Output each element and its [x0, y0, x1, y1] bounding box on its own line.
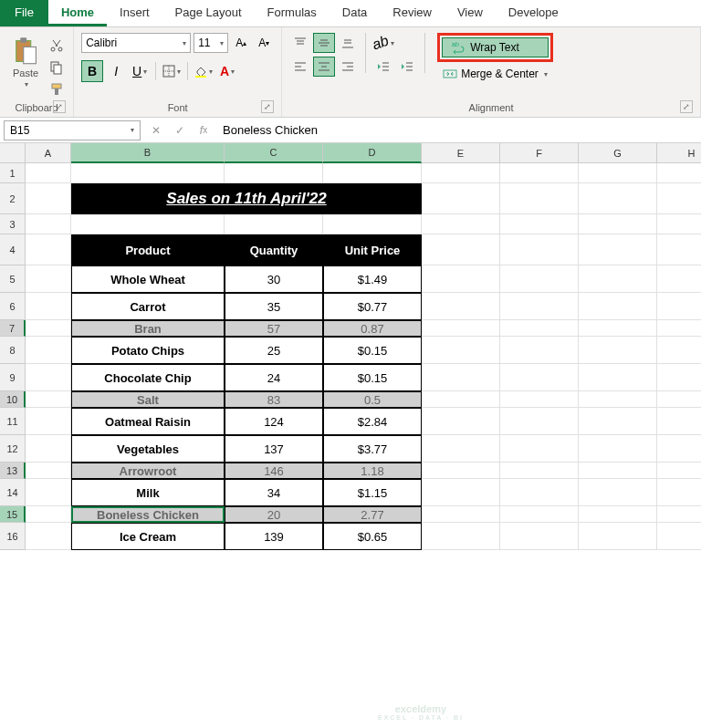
cell-B9[interactable]: Chocolate Chip: [71, 364, 225, 391]
row-header-5[interactable]: 5: [0, 265, 26, 293]
grow-font-button[interactable]: A▴: [231, 33, 251, 53]
cell-C8[interactable]: 25: [225, 337, 323, 364]
cell-A9[interactable]: [26, 364, 71, 391]
tab-home[interactable]: Home: [48, 0, 107, 26]
row-header-11[interactable]: 11: [0, 408, 26, 435]
cell-E10[interactable]: [422, 391, 500, 408]
cell-G6[interactable]: [579, 293, 657, 320]
cell-C10[interactable]: 83: [225, 391, 323, 408]
tab-file[interactable]: File: [0, 0, 48, 26]
tab-formulas[interactable]: Formulas: [255, 0, 330, 26]
cell-A13[interactable]: [26, 463, 71, 479]
row-header-4[interactable]: 4: [0, 234, 26, 265]
col-header-A[interactable]: A: [26, 143, 71, 163]
cell-H14[interactable]: [657, 479, 701, 506]
cell-D8[interactable]: $0.15: [323, 337, 422, 364]
row-header-3[interactable]: 3: [0, 214, 26, 234]
cell-H6[interactable]: [657, 293, 701, 320]
wrap-text-button[interactable]: ab Wrap Text: [442, 37, 549, 57]
alignment-launcher[interactable]: ⤢: [680, 100, 693, 113]
shrink-font-button[interactable]: A▾: [254, 33, 274, 53]
cell-E14[interactable]: [422, 479, 500, 506]
cell-D16[interactable]: $0.65: [323, 523, 422, 550]
cell-H16[interactable]: [657, 523, 701, 550]
select-all-corner[interactable]: [0, 143, 26, 163]
cell-E8[interactable]: [422, 337, 500, 364]
cell-C12[interactable]: 137: [225, 435, 323, 463]
cell-A1[interactable]: [26, 163, 71, 183]
cell-D6[interactable]: $0.77: [323, 293, 422, 320]
cell-E6[interactable]: [422, 293, 500, 320]
align-middle-button[interactable]: [313, 33, 335, 53]
cell-E15[interactable]: [422, 506, 500, 523]
cell-E2[interactable]: [422, 183, 500, 214]
clipboard-launcher[interactable]: ⤢: [53, 100, 66, 113]
cell-H12[interactable]: [657, 435, 701, 463]
cut-button[interactable]: [47, 36, 66, 55]
cell-D11[interactable]: $2.84: [323, 408, 422, 435]
cell-F5[interactable]: [500, 265, 579, 293]
tab-page-layout[interactable]: Page Layout: [162, 0, 255, 26]
tab-review[interactable]: Review: [380, 0, 445, 26]
cell-C3[interactable]: [225, 214, 323, 234]
cell-H4[interactable]: [657, 234, 701, 265]
copy-button[interactable]: [47, 58, 66, 77]
cell-D4[interactable]: Unit Price: [323, 234, 422, 265]
cell-A15[interactable]: [26, 506, 71, 523]
decrease-indent-button[interactable]: [372, 57, 394, 77]
cell-F15[interactable]: [500, 506, 579, 523]
italic-button[interactable]: I: [105, 60, 127, 82]
align-top-button[interactable]: [289, 33, 311, 53]
cell-G1[interactable]: [579, 163, 657, 183]
cell-E3[interactable]: [422, 214, 500, 234]
cell-B13[interactable]: Arrowroot: [71, 463, 225, 479]
cell-D10[interactable]: 0.5: [323, 391, 422, 408]
cell-E13[interactable]: [422, 463, 500, 479]
cell-B1[interactable]: [71, 163, 225, 183]
cell-G16[interactable]: [579, 523, 657, 550]
row-header-12[interactable]: 12: [0, 435, 26, 463]
cell-C7[interactable]: 57: [225, 320, 323, 337]
cell-C5[interactable]: 30: [225, 265, 323, 293]
cell-D7[interactable]: 0.87: [323, 320, 422, 337]
cell-F4[interactable]: [500, 234, 579, 265]
cell-E7[interactable]: [422, 320, 500, 337]
cell-F6[interactable]: [500, 293, 579, 320]
cell-H2[interactable]: [657, 183, 701, 214]
cell-C13[interactable]: 146: [225, 463, 323, 479]
cell-A11[interactable]: [26, 408, 71, 435]
cell-B12[interactable]: Vegetables: [71, 435, 225, 463]
cell-G4[interactable]: [579, 234, 657, 265]
cell-G2[interactable]: [579, 183, 657, 214]
font-color-button[interactable]: A▾: [216, 60, 238, 82]
cell-G3[interactable]: [579, 214, 657, 234]
row-header-6[interactable]: 6: [0, 293, 26, 320]
cell-B5[interactable]: Whole Wheat: [71, 265, 225, 293]
cell-C1[interactable]: [225, 163, 323, 183]
cell-F1[interactable]: [500, 163, 579, 183]
cell-E16[interactable]: [422, 523, 500, 550]
row-header-7[interactable]: 7: [0, 320, 26, 337]
cell-D1[interactable]: [323, 163, 422, 183]
cell-E4[interactable]: [422, 234, 500, 265]
col-header-H[interactable]: H: [657, 143, 701, 163]
cell-G15[interactable]: [579, 506, 657, 523]
cell-B15[interactable]: Boneless Chicken: [71, 506, 225, 523]
col-header-F[interactable]: F: [500, 143, 579, 163]
row-header-1[interactable]: 1: [0, 163, 26, 183]
cell-G14[interactable]: [579, 479, 657, 506]
cell-G10[interactable]: [579, 391, 657, 408]
row-header-2[interactable]: 2: [0, 183, 26, 214]
cell-B16[interactable]: Ice Cream: [71, 523, 225, 550]
align-bottom-button[interactable]: [337, 33, 359, 53]
row-header-15[interactable]: 15: [0, 506, 26, 523]
bold-button[interactable]: B: [81, 60, 103, 82]
cell-A8[interactable]: [26, 337, 71, 364]
col-header-B[interactable]: B: [71, 143, 225, 163]
name-box[interactable]: B15▾: [4, 120, 141, 140]
fill-color-button[interactable]: ▾: [193, 60, 214, 82]
cell-H9[interactable]: [657, 364, 701, 391]
cell-F7[interactable]: [500, 320, 579, 337]
cell-G5[interactable]: [579, 265, 657, 293]
cell-B7[interactable]: Bran: [71, 320, 225, 337]
